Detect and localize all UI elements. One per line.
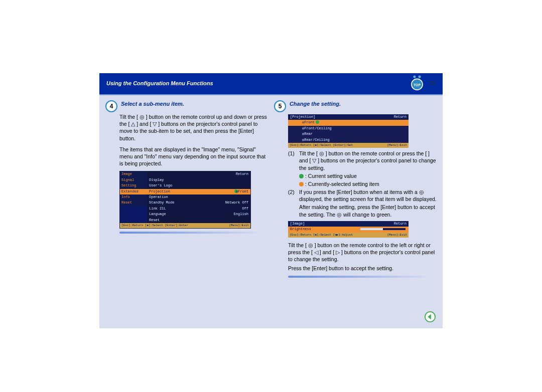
step-4-title: Select a sub-menu item. [121, 101, 184, 107]
osd2-top: [Projection] Return [288, 114, 409, 120]
osd-row-selected: Projection◎Front [147, 189, 250, 194]
osd3-bottom-bar: [Esc]:Return [◆]:Select [◀▶]:Adjust [Men… [288, 233, 409, 238]
header-title: Using the Configuration Menu Functions [106, 80, 213, 86]
tail-para2: Press the [Enter] button to accept the s… [288, 265, 437, 272]
list-item-1: (1) Tilt the [ ◎ ] button on the remote … [288, 150, 437, 171]
list-text: Tilt the [ ◎ ] button on the remote cont… [299, 150, 437, 171]
osd-side-item: Image [120, 171, 147, 177]
step5-heading: 5 Change the setting. [274, 100, 437, 112]
list-item-2: (2) If you press the [Enter] button when… [288, 188, 437, 203]
step-5-title: Change the setting. [290, 101, 341, 107]
osd-row: Display [147, 177, 250, 183]
osd-return: Return [147, 171, 250, 177]
osd-side-item: Reset [120, 200, 147, 206]
page-content: 4 Select a sub-menu item. Tilt the [ ◎ ]… [99, 95, 443, 288]
legend-orange: : Currently-selected setting item [299, 180, 437, 187]
osd2-option-selected: ◎Front [288, 120, 409, 125]
step4-para2: The items that are displayed in the "Ima… [119, 146, 268, 167]
page-number: 70 [427, 80, 438, 86]
osd-main-panel: Return Display User's Logo Projection◎Fr… [147, 171, 250, 223]
green-dot-icon [299, 174, 304, 178]
top-badge-icon: TOP [409, 74, 426, 91]
osd-row: LanguageEnglish [147, 212, 250, 217]
step-5-number: 5 [274, 100, 286, 112]
osd-row: Operation [147, 194, 250, 200]
osd-row: Link 21LOff [147, 206, 250, 212]
osd2-option: ◎Rear [288, 131, 409, 137]
legend-green: : Current setting value [299, 172, 437, 179]
page-header: Using the Configuration Menu Functions T… [99, 73, 443, 95]
step4-heading: 4 Select a sub-menu item. [105, 100, 268, 112]
osd-side-menu: Image Signal Setting Extended Info Reset [120, 171, 147, 206]
osd2-option: ◎Rear/Ceiling [288, 137, 409, 143]
check-icon [316, 120, 319, 124]
manual-page: Using the Configuration Menu Functions T… [99, 73, 443, 328]
osd-menu-extended: Image Signal Setting Extended Info Reset… [119, 171, 251, 229]
back-nav-icon[interactable] [425, 311, 436, 322]
osd-brightness: [Image] Return Brightness [Esc]:Return [… [288, 221, 409, 238]
svg-point-2 [413, 76, 416, 78]
osd-side-item-selected: Extended [120, 189, 147, 194]
tail-para1: Tilt the [ ◎ ] button on the remote cont… [288, 242, 437, 263]
section-divider [288, 276, 437, 278]
osd2-option: ◎Front/Ceiling [288, 126, 409, 131]
list-text: If you press the [Enter] button when at … [299, 188, 437, 203]
osd-bottom-bar: [Esc]:Return [◆]:Select [Enter]:Enter [M… [120, 223, 250, 228]
osd2-bottom-bar: [Esc]:Return [◆]:Select [Enter]:Set [Men… [288, 143, 409, 148]
osd3-top: [Image] Return [288, 221, 409, 227]
list-item-2b: After making the setting, press the [Ent… [299, 204, 437, 218]
step-4-number: 4 [105, 100, 117, 112]
osd-row: Standby ModeNetwork Off [147, 200, 250, 206]
osd-side-item: Setting [120, 183, 147, 188]
svg-text:TOP: TOP [414, 83, 421, 87]
slider-bar-icon [360, 228, 405, 230]
list-number: (2) [288, 188, 299, 195]
osd-side-item: Info [120, 194, 147, 200]
osd-row: Reset [147, 218, 250, 223]
osd-row: User's Logo [147, 183, 250, 188]
orange-dot-icon [299, 182, 304, 186]
section-divider [119, 232, 268, 234]
right-column: 5 Change the setting. [Projection] Retur… [274, 100, 437, 283]
osd-projection-menu: [Projection] Return ◎Front ◎Front/Ceilin… [288, 114, 409, 148]
osd3-slider-row: Brightness [288, 227, 409, 232]
svg-point-3 [419, 76, 421, 78]
step4-para1: Tilt the [ ◎ ] button on the remote cont… [119, 113, 268, 142]
osd-side-item: Signal [120, 177, 147, 183]
list-number: (1) [288, 150, 299, 157]
left-column: 4 Select a sub-menu item. Tilt the [ ◎ ]… [105, 100, 268, 283]
